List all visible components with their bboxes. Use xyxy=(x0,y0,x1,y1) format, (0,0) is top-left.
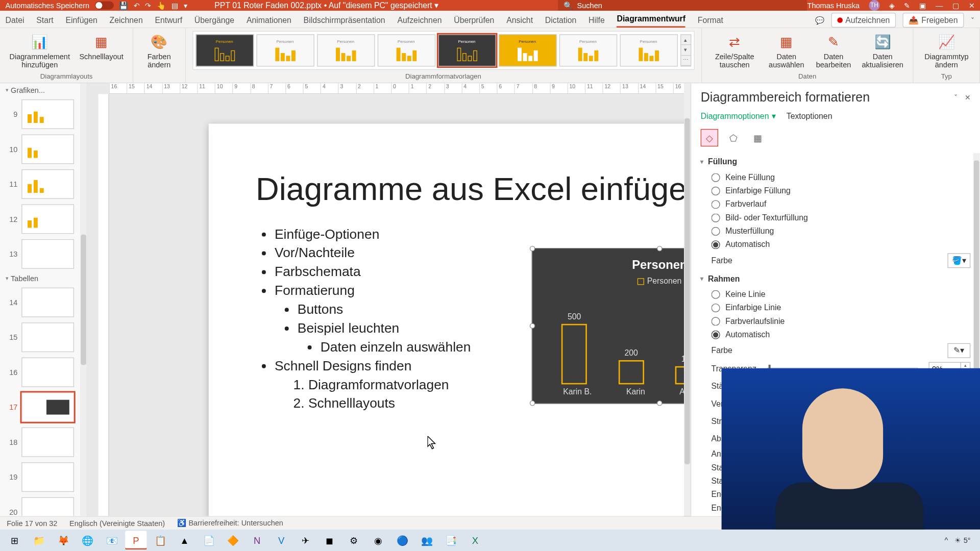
tab-start[interactable]: Start xyxy=(36,13,53,28)
tb-app4[interactable]: ◼ xyxy=(319,531,340,549)
fill-picture[interactable]: Bild- oder Texturfüllung xyxy=(701,211,971,224)
tb-app8[interactable]: 👥 xyxy=(416,531,437,549)
slide-thumb-14[interactable]: 14 xyxy=(0,285,87,319)
resize-handle[interactable] xyxy=(530,246,535,252)
section-fill[interactable]: Füllung xyxy=(701,153,971,170)
comments-icon[interactable]: 💬 xyxy=(815,16,824,24)
qat-more-icon[interactable]: ▾ xyxy=(184,1,188,10)
gallery-scroll[interactable]: ▴▾⋯ xyxy=(680,34,691,66)
language-status[interactable]: Englisch (Vereinigte Staaten) xyxy=(69,519,165,527)
start-button[interactable]: ⊞ xyxy=(4,531,26,549)
quick-layout-button[interactable]: ▦Schnelllayout xyxy=(77,31,126,62)
line-color-button[interactable]: ✎▾ xyxy=(948,343,971,358)
tb-app3[interactable]: 🔶 xyxy=(222,531,243,549)
tab-aufzeichnen[interactable]: Aufzeichnen xyxy=(397,13,442,28)
select-data-button[interactable]: ▦Daten auswählen xyxy=(765,31,808,70)
edit-data-button[interactable]: ✎Daten bearbeiten xyxy=(812,31,855,70)
ribbon-collapse-icon[interactable]: ˅ xyxy=(971,16,975,24)
slide-thumb-10[interactable]: 10 xyxy=(0,132,87,166)
pane-close-icon[interactable]: ✕ xyxy=(965,93,971,102)
tab-chart-options[interactable]: Diagrammoptionen ▾ xyxy=(701,112,776,121)
fill-line-icon[interactable]: ◇ xyxy=(701,129,718,146)
effects-icon[interactable]: ⬠ xyxy=(725,129,742,146)
chart-title[interactable]: Personen xyxy=(532,248,691,272)
tab-diagrammentwurf[interactable]: Diagrammentwurf xyxy=(617,11,686,28)
close-icon[interactable]: ✕ xyxy=(969,1,975,10)
accessibility-status[interactable]: ♿ Barrierefreiheit: Untersuchen xyxy=(177,519,283,528)
touch-mode-icon[interactable]: 👆 xyxy=(157,1,166,10)
chart-style-2[interactable]: Personen xyxy=(256,34,314,66)
tb-app2[interactable]: 📄 xyxy=(198,531,219,549)
tab-zeichnen[interactable]: Zeichnen xyxy=(110,13,143,28)
tb-app7[interactable]: 🔵 xyxy=(391,531,413,549)
fill-solid[interactable]: Einfarbige Füllung xyxy=(701,184,971,197)
chart-plot[interactable]: 500200150400 xyxy=(546,303,691,385)
tab-dictation[interactable]: Dictation xyxy=(545,13,577,28)
size-props-icon[interactable]: ▦ xyxy=(749,129,767,146)
fill-auto[interactable]: Automatisch xyxy=(701,238,971,251)
slide-body[interactable]: Einfüge-Optionen Vor/Nachteile Farbschem… xyxy=(256,224,471,413)
tb-onenote[interactable]: N xyxy=(247,531,268,549)
redo-icon[interactable]: ↷ xyxy=(145,1,151,10)
tb-outlook[interactable]: 📧 xyxy=(101,531,122,549)
tray-overflow-icon[interactable]: ^ xyxy=(944,536,948,544)
tb-app9[interactable]: 📑 xyxy=(440,531,461,549)
sync-icon[interactable]: ◈ xyxy=(889,1,895,10)
section-graphics[interactable]: Grafiken... xyxy=(0,83,87,96)
slide-thumb-12[interactable]: 12 xyxy=(0,202,87,236)
tab-einfuegen[interactable]: Einfügen xyxy=(65,13,97,28)
change-colors-button[interactable]: 🎨Farben ändern xyxy=(140,31,178,70)
chart-style-7[interactable]: Personen xyxy=(559,34,617,66)
minimize-icon[interactable]: — xyxy=(936,2,943,10)
resize-handle[interactable] xyxy=(530,400,535,406)
record-button[interactable]: Aufzeichnen xyxy=(831,13,896,28)
slide-title[interactable]: Diagramme aus Excel einfügen xyxy=(256,171,691,208)
chart-style-1[interactable]: Personen xyxy=(195,34,253,66)
add-chart-element-button[interactable]: 📊Diagrammelement hinzufügen xyxy=(7,31,72,70)
resize-handle[interactable] xyxy=(530,323,535,329)
line-gradient[interactable]: Farbverlaufslinie xyxy=(701,314,971,328)
slide-thumb-17[interactable]: 17 xyxy=(0,390,87,424)
chart-legend[interactable]: Personen xyxy=(532,272,691,285)
chart-style-6[interactable]: Personen xyxy=(498,34,556,66)
slide-thumb-11[interactable]: 11 xyxy=(0,167,87,202)
tb-powerpoint[interactable]: P xyxy=(125,531,146,549)
resize-handle[interactable] xyxy=(657,246,663,252)
draw-icon[interactable]: ✎ xyxy=(904,1,910,10)
tb-app1[interactable]: 📋 xyxy=(150,531,171,549)
tab-hilfe[interactable]: Hilfe xyxy=(589,13,605,28)
editor-scrollbar[interactable] xyxy=(684,83,691,516)
tb-firefox[interactable]: 🦊 xyxy=(53,531,74,549)
tab-uebergaenge[interactable]: Übergänge xyxy=(194,13,234,28)
search-box[interactable]: 🔍 Suchen xyxy=(558,0,807,11)
slide-thumb-19[interactable]: 19 xyxy=(0,460,87,494)
tab-ueberpruefen[interactable]: Überprüfen xyxy=(454,13,494,28)
fill-pattern[interactable]: Musterfüllung xyxy=(701,224,971,238)
chart-style-3[interactable]: Personen xyxy=(316,34,374,66)
chart-style-8[interactable]: Personen xyxy=(620,34,677,66)
tab-entwurf[interactable]: Entwurf xyxy=(155,13,182,28)
tb-chrome[interactable]: 🌐 xyxy=(77,531,98,549)
change-chart-type-button[interactable]: 📈Diagrammtyp ändern xyxy=(920,31,972,70)
section-border[interactable]: Rahmen xyxy=(701,270,971,287)
fill-color-button[interactable]: 🪣▾ xyxy=(948,254,971,268)
thumbs-scrollbar[interactable] xyxy=(80,83,87,516)
maximize-icon[interactable]: ▢ xyxy=(952,1,959,10)
user-avatar[interactable]: TH xyxy=(869,0,879,11)
slide-canvas[interactable]: Diagramme aus Excel einfügen Einfüge-Opt… xyxy=(209,123,691,516)
tb-app6[interactable]: ◉ xyxy=(368,531,389,549)
slide-edit-area[interactable]: 1615141312111098765432101234567891011121… xyxy=(87,83,691,516)
slide-thumb-16[interactable]: 16 xyxy=(0,355,87,389)
tb-vs[interactable]: V xyxy=(271,531,292,549)
tab-text-options[interactable]: Textoptionen xyxy=(787,112,832,121)
slide-thumb-15[interactable]: 15 xyxy=(0,320,87,355)
tb-telegram[interactable]: ✈ xyxy=(295,531,316,549)
switch-row-col-button[interactable]: ⇄Zeile/Spalte tauschen xyxy=(708,31,761,70)
fill-none[interactable]: Keine Füllung xyxy=(701,171,971,184)
line-none[interactable]: Keine Linie xyxy=(701,288,971,301)
resize-handle[interactable] xyxy=(657,400,663,406)
slide-counter[interactable]: Folie 17 von 32 xyxy=(7,519,57,527)
fill-gradient[interactable]: Farbverlauf xyxy=(701,197,971,211)
slide-thumb-9[interactable]: 9 xyxy=(0,97,87,132)
section-tables[interactable]: Tabellen xyxy=(0,271,87,285)
